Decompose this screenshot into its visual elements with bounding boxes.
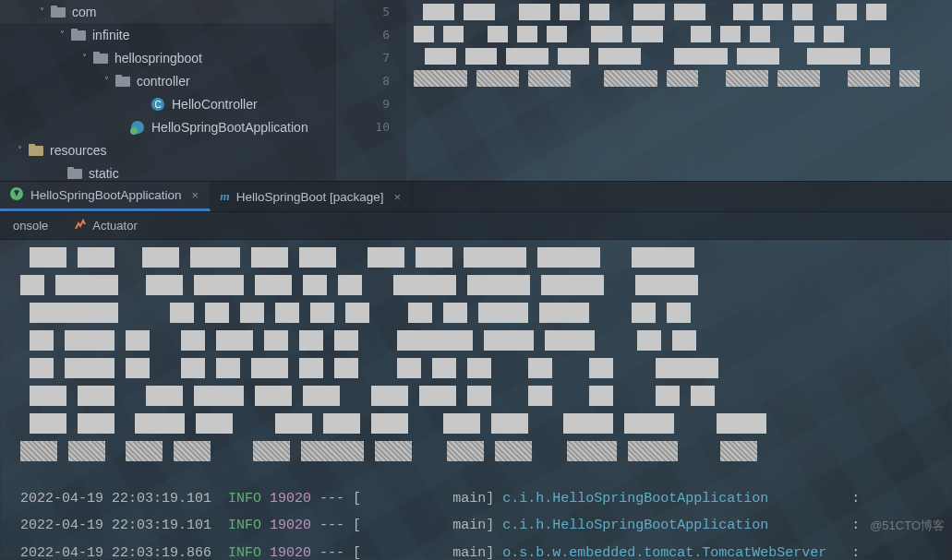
maven-icon: m bbox=[220, 189, 230, 204]
chevron-down-icon: ˅ bbox=[54, 30, 70, 40]
log-line: 2022-04-19 22:03:19.101 INFO 19020 --- [… bbox=[20, 512, 932, 539]
console-area[interactable]: 2022-04-19 22:03:19.101 INFO 19020 --- [… bbox=[0, 240, 952, 560]
run-tabs: HelloSpringBootApplication × m HelloSpri… bbox=[0, 181, 952, 212]
folder-icon bbox=[114, 74, 131, 89]
tree-item-infinite[interactable]: ˅ infinite bbox=[0, 23, 334, 46]
svg-rect-5 bbox=[93, 52, 100, 55]
tree-item-resources[interactable]: ˅ resources bbox=[0, 138, 334, 161]
tree-label: resources bbox=[50, 143, 106, 158]
folder-icon bbox=[66, 166, 83, 181]
ascii-banner-editor bbox=[406, 0, 952, 96]
ascii-banner-console bbox=[0, 240, 952, 472]
svg-rect-3 bbox=[71, 29, 78, 32]
tree-item-controller[interactable]: ˅ controller bbox=[0, 69, 334, 92]
folder-icon bbox=[50, 5, 66, 19]
class-icon: C bbox=[150, 97, 166, 112]
console-sub-tabs: onsole Actuator bbox=[0, 212, 952, 240]
editor-area[interactable] bbox=[406, 0, 952, 181]
tree-label: infinite bbox=[92, 28, 129, 42]
svg-rect-7 bbox=[115, 75, 122, 78]
svg-text:C: C bbox=[154, 100, 161, 110]
tree-item-com[interactable]: ˅ com bbox=[0, 0, 334, 23]
actuator-icon bbox=[74, 218, 87, 233]
chevron-down-icon: ˅ bbox=[76, 53, 92, 63]
log-line: 2022-04-19 22:03:19.866 INFO 19020 --- [… bbox=[20, 540, 932, 561]
chevron-down-icon: ˅ bbox=[98, 76, 114, 86]
close-icon[interactable]: × bbox=[192, 188, 199, 202]
tree-label: HelloSpringBootApplication bbox=[151, 120, 308, 135]
folder-icon bbox=[70, 28, 87, 42]
sub-tab-console[interactable]: onsole bbox=[0, 212, 61, 239]
line-number: 6 bbox=[335, 23, 406, 46]
tree-label: hellospringboot bbox=[114, 51, 202, 66]
folder-icon bbox=[92, 51, 109, 66]
run-tab-application[interactable]: HelloSpringBootApplication × bbox=[0, 182, 211, 211]
tree-label: controller bbox=[137, 74, 190, 89]
tree-item-hellospringboot[interactable]: ˅ hellospringboot bbox=[0, 46, 334, 69]
tree-label: HelloController bbox=[172, 97, 258, 112]
spring-boot-icon bbox=[129, 120, 146, 135]
tree-label: com bbox=[72, 5, 96, 19]
resources-folder-icon bbox=[28, 143, 44, 158]
tree-item-application[interactable]: HelloSpringBootApplication bbox=[0, 115, 334, 138]
line-number: 7 bbox=[335, 46, 406, 69]
line-number: 5 bbox=[335, 0, 406, 23]
tree-item-hellocontroller[interactable]: C HelloController bbox=[0, 92, 334, 115]
svg-rect-15 bbox=[67, 167, 74, 171]
sub-tab-label: onsole bbox=[13, 219, 48, 232]
sub-tab-label: Actuator bbox=[92, 219, 137, 232]
line-number: 10 bbox=[335, 115, 406, 138]
line-number: 9 bbox=[335, 92, 406, 115]
run-tab-label: HelloSpringBoot [package] bbox=[236, 190, 384, 204]
tree-label: static bbox=[89, 166, 119, 181]
run-tab-maven[interactable]: m HelloSpringBoot [package] × bbox=[211, 182, 413, 211]
sub-tab-actuator[interactable]: Actuator bbox=[61, 212, 150, 239]
line-number: 8 bbox=[335, 69, 406, 92]
chevron-down-icon: ˅ bbox=[33, 6, 50, 17]
svg-point-11 bbox=[130, 127, 138, 135]
editor-gutter: 5 6 7 8 9 10 bbox=[334, 0, 406, 181]
log-output: 2022-04-19 22:03:19.101 INFO 19020 --- [… bbox=[0, 472, 952, 560]
run-tab-label: HelloSpringBootApplication bbox=[30, 188, 182, 202]
log-line: 2022-04-19 22:03:19.101 INFO 19020 --- [… bbox=[20, 485, 932, 512]
svg-rect-13 bbox=[29, 144, 35, 148]
top-area: ˅ com ˅ infinite ˅ hellospringboot ˅ bbox=[0, 0, 952, 181]
close-icon[interactable]: × bbox=[394, 190, 402, 204]
project-tree[interactable]: ˅ com ˅ infinite ˅ hellospringboot ˅ bbox=[0, 0, 334, 181]
chevron-down-icon: ˅ bbox=[11, 145, 28, 155]
svg-rect-1 bbox=[51, 6, 57, 9]
spring-icon bbox=[9, 186, 24, 204]
